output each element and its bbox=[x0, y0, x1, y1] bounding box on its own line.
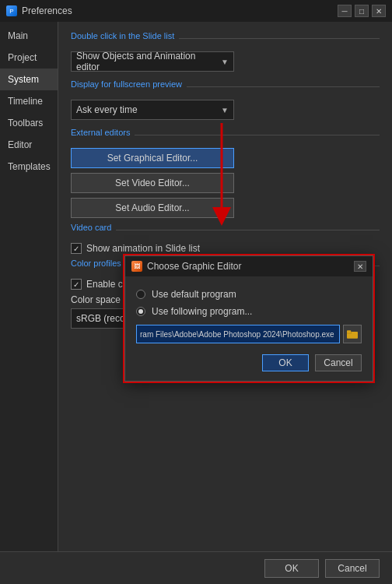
window-controls: ─ □ ✕ bbox=[338, 5, 386, 17]
radio-default-row: Use default program bbox=[136, 289, 362, 300]
close-button[interactable]: ✕ bbox=[372, 5, 386, 17]
main-window: P Preferences ─ □ ✕ Main Project System … bbox=[0, 0, 392, 584]
double-click-section-header: Double click in the Slide list bbox=[71, 31, 380, 45]
fullscreen-dropdown-container: Ask every time ▼ bbox=[71, 100, 380, 120]
show-animation-row: ✓ Show animation in Slide list bbox=[71, 243, 380, 254]
file-input-row: ram Files\Adobe\Adobe Photoshop 2024\Pho… bbox=[136, 325, 362, 343]
show-animation-label: Show animation in Slide list bbox=[86, 243, 200, 254]
external-editors-section-header: External editors bbox=[71, 128, 380, 142]
set-graphical-editor-button[interactable]: Set Graphical Editor... bbox=[71, 148, 234, 168]
choose-graphic-editor-dialog: 🖼 Choose Graphic Editor ✕ Use default pr… bbox=[124, 255, 373, 382]
sidebar-item-main[interactable]: Main bbox=[0, 25, 58, 47]
fullscreen-label: Display for fullscreen preview bbox=[71, 79, 182, 89]
double-click-dropdown-arrow: ▼ bbox=[221, 58, 229, 66]
dialog-title-text: Choose Graphic Editor bbox=[147, 261, 241, 272]
dialog-title-bar: 🖼 Choose Graphic Editor ✕ bbox=[125, 256, 373, 276]
double-click-label: Double click in the Slide list bbox=[71, 31, 174, 40]
audio-editor-row: Set Audio Editor... bbox=[71, 198, 380, 218]
file-path-input[interactable]: ram Files\Adobe\Adobe Photoshop 2024\Pho… bbox=[136, 325, 340, 343]
video-card-label: Video card bbox=[71, 223, 111, 232]
video-editor-row: Set Video Editor... bbox=[71, 173, 380, 193]
sidebar-item-templates[interactable]: Templates bbox=[0, 156, 58, 178]
double-click-dropdown-container: Show Objects and Animation editor ▼ bbox=[71, 51, 380, 72]
sidebar-item-project[interactable]: Project bbox=[0, 47, 58, 69]
show-animation-checkbox[interactable]: ✓ bbox=[71, 243, 82, 254]
file-browse-button[interactable] bbox=[343, 325, 362, 343]
radio-following-row: Use following program... bbox=[136, 306, 362, 317]
cancel-button[interactable]: Cancel bbox=[325, 559, 380, 578]
dialog-buttons: OK Cancel bbox=[136, 354, 362, 371]
window-title: Preferences bbox=[22, 5, 72, 16]
sidebar-item-timeline[interactable]: Timeline bbox=[0, 90, 58, 112]
fullscreen-section-header: Display for fullscreen preview bbox=[71, 79, 380, 93]
enable-color-checkbox[interactable]: ✓ bbox=[71, 279, 82, 290]
dialog-ok-button[interactable]: OK bbox=[262, 354, 309, 371]
title-bar: P Preferences ─ □ ✕ bbox=[0, 0, 392, 22]
sidebar-item-toolbars[interactable]: Toolbars bbox=[0, 112, 58, 134]
folder-icon bbox=[347, 329, 358, 339]
dialog-close-button[interactable]: ✕ bbox=[354, 261, 366, 272]
set-audio-editor-button[interactable]: Set Audio Editor... bbox=[71, 198, 234, 218]
dialog-body: Use default program Use following progra… bbox=[125, 276, 373, 381]
maximize-button[interactable]: □ bbox=[355, 5, 369, 17]
bottom-bar: OK Cancel bbox=[0, 551, 392, 584]
title-bar-left: P Preferences bbox=[6, 5, 72, 16]
fullscreen-dropdown-arrow: ▼ bbox=[221, 106, 229, 114]
radio-following[interactable] bbox=[136, 307, 145, 316]
radio-default[interactable] bbox=[136, 290, 145, 299]
svg-rect-4 bbox=[347, 330, 351, 333]
set-video-editor-button[interactable]: Set Video Editor... bbox=[71, 173, 234, 193]
dialog-cancel-button[interactable]: Cancel bbox=[315, 354, 362, 371]
radio-following-label: Use following program... bbox=[152, 306, 252, 317]
graphical-editor-row: Set Graphical Editor... bbox=[71, 148, 380, 168]
double-click-dropdown[interactable]: Show Objects and Animation editor ▼ bbox=[71, 51, 234, 72]
app-icon: P bbox=[6, 5, 17, 16]
dialog-title-left: 🖼 Choose Graphic Editor bbox=[131, 261, 241, 272]
ok-button[interactable]: OK bbox=[264, 559, 319, 578]
minimize-button[interactable]: ─ bbox=[338, 5, 352, 17]
radio-default-label: Use default program bbox=[152, 289, 236, 300]
sidebar: Main Project System Timeline Toolbars Ed… bbox=[0, 22, 58, 551]
video-card-section-header: Video card bbox=[71, 223, 380, 237]
external-editors-label: External editors bbox=[71, 128, 130, 137]
content-area: Main Project System Timeline Toolbars Ed… bbox=[0, 22, 392, 551]
dialog-title-icon: 🖼 bbox=[131, 261, 142, 272]
sidebar-item-system[interactable]: System bbox=[0, 69, 58, 90]
main-content: Double click in the Slide list Show Obje… bbox=[58, 22, 392, 551]
fullscreen-dropdown[interactable]: Ask every time ▼ bbox=[71, 100, 234, 120]
sidebar-item-editor[interactable]: Editor bbox=[0, 134, 58, 156]
